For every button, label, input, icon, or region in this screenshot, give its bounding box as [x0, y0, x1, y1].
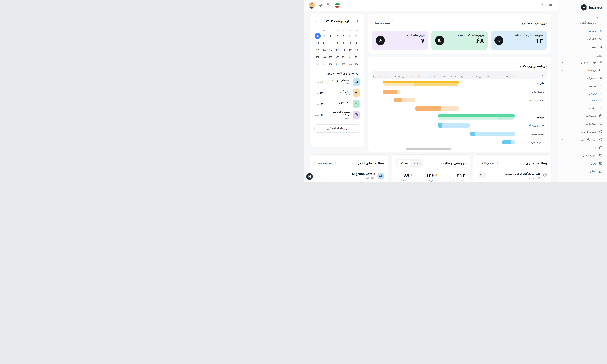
toggle-option[interactable]: روزانه — [411, 160, 422, 166]
calendar-day[interactable]: ۱۰ — [327, 39, 334, 47]
sidebar-item[interactable]: فروشگاه آنلاین — [561, 19, 603, 27]
search-icon[interactable] — [540, 3, 544, 8]
bar-solid-portion — [383, 90, 397, 94]
all-projects-button[interactable]: همه پروژه‌ها — [372, 20, 393, 26]
calendar-day[interactable]: ۶ — [353, 39, 360, 47]
calendar-day[interactable]: ۳۱ — [347, 32, 354, 39]
sidebar-item[interactable]: بازاریابی — [561, 35, 603, 43]
chevron-down-icon — [561, 69, 564, 71]
calendar-day[interactable]: ۱۷ — [327, 47, 334, 54]
gantt-task-label[interactable]: پژوهش کاربر — [515, 90, 547, 93]
calendar-day[interactable]: ۱ — [340, 32, 347, 39]
calendar-day[interactable]: ۲۲ — [340, 54, 347, 61]
gantt-task-bar[interactable] — [438, 123, 470, 128]
sidebar-item-label: سفارش‌ها — [586, 122, 596, 125]
check-circle-icon[interactable] — [543, 173, 547, 177]
sidebar-item[interactable]: پروژه — [561, 27, 603, 35]
gantt-task-bar[interactable] — [383, 90, 400, 94]
gantt-task-label[interactable]: سیستم طراحی — [515, 99, 547, 102]
language-flag-iran-icon[interactable] — [335, 3, 340, 8]
plan-item[interactable]: پایان کارپاسخ۱۲:۰۰ب.ظ — [314, 89, 360, 97]
gantt-summary-bar[interactable] — [383, 81, 459, 86]
calendar-day[interactable]: ۱۲ — [314, 39, 321, 47]
calendar-day[interactable]: ۹ — [334, 39, 341, 47]
gantt-horizontal-scrollbar[interactable] — [405, 148, 451, 150]
calendar-prev-icon[interactable] — [314, 19, 319, 24]
calendar-day[interactable]: ۱۹ — [314, 47, 321, 54]
sidebar-item[interactable]: سفارش‌ها — [561, 120, 603, 128]
gantt-task-label[interactable]: پروتوتایپ — [515, 107, 547, 110]
calendar-day[interactable]: ۳۱ — [327, 61, 334, 68]
sidebar-subitem[interactable]: ویرایش — [561, 90, 603, 97]
gantt-task-label[interactable]: طراحی — [515, 82, 547, 85]
sidebar-item[interactable]: تحلیل — [561, 43, 603, 51]
user-avatar[interactable] — [309, 2, 315, 9]
sidebar-item[interactable]: پروژه‌ها — [561, 66, 603, 74]
plan-item[interactable]: تالار شهررویداد۰۳:۰۰ب.ظ — [314, 100, 360, 108]
calendar-day[interactable]: ۸ — [340, 39, 347, 47]
plan-item[interactable]: نوشتن گزارش روزانهوظیفه۰۵:۰۰ب.ظ — [314, 110, 360, 119]
plan-item[interactable]: استنداپ روزانهملاقات۱۰:۰۰ق.ظ — [314, 78, 360, 86]
sidebar-item[interactable]: 12تقویم — [561, 143, 603, 151]
overview-stat-card[interactable]: پروژه‌های در حال انجام۱۲ — [491, 31, 547, 50]
gantt-summary-bar[interactable] — [438, 115, 515, 119]
sidebar-item[interactable]: هوش مصنوعی — [561, 58, 603, 66]
sidebar-item[interactable]: ایمیل — [561, 159, 603, 167]
calendar-day[interactable]: ۱۳ — [353, 47, 360, 54]
add-event-button[interactable]: رویداد اضافه کن — [314, 124, 360, 132]
gear-icon[interactable] — [319, 3, 323, 8]
calendar-next-icon[interactable] — [355, 19, 360, 24]
weekday-label: س — [334, 28, 341, 32]
sidebar-subitem[interactable]: فهرست — [561, 82, 603, 90]
overview-stat-card[interactable]: پروژه‌های تکمیل شده۶۸ — [431, 31, 488, 50]
sidebar-item[interactable]: مدیریت فایل — [561, 151, 603, 159]
calendar-day[interactable]: ۲ — [334, 32, 341, 39]
calendar-day[interactable]: ۲۱ — [347, 54, 354, 61]
gantt-task-label[interactable]: یکپارچه سازی — [515, 141, 547, 144]
calendar-day[interactable]: ۳۰ — [353, 32, 360, 39]
calendar-day[interactable]: ۱۶ — [334, 47, 341, 54]
calendar-day[interactable]: ۲۷ — [353, 61, 360, 68]
calendar-day[interactable]: ۷ — [347, 39, 354, 47]
bell-icon[interactable] — [327, 3, 331, 8]
calendar-day[interactable]: ۳ — [327, 32, 334, 39]
calendar-day[interactable]: ۲۵ — [321, 54, 328, 61]
gantt-task-bar[interactable] — [394, 98, 415, 102]
sidebar-item[interactable]: گفتگو — [561, 167, 603, 175]
sidebar-item[interactable]: حساب کاربری — [561, 128, 603, 136]
gantt-task-label[interactable]: توسعه هسته — [515, 132, 547, 135]
brand-logo[interactable]: Ecme — [561, 4, 602, 11]
gantt-task-bar[interactable] — [470, 132, 515, 136]
calendar-day[interactable]: ۱ — [321, 61, 328, 68]
toggle-option[interactable]: هفتگی — [397, 160, 411, 166]
task-item[interactable]: قادر به بارگذاری فایل نیست۱۵ مردادبالا — [478, 172, 547, 179]
calendar-day[interactable]: ۱۸ — [321, 47, 328, 54]
sidebar-item[interactable]: مرکز راهنمایی — [561, 136, 603, 143]
calendar-day[interactable]: ۲ — [314, 61, 321, 68]
calendar-day[interactable]: ۴ — [321, 32, 328, 39]
calendar-day[interactable]: ۱۴ — [347, 47, 354, 54]
sidebar-item[interactable]: محصولات — [561, 112, 603, 120]
calendar-day[interactable]: ۲۶ — [314, 54, 321, 61]
sidebar-subitem[interactable]: جزئیات — [561, 104, 603, 112]
calendar-day[interactable]: ۲۳ — [334, 54, 341, 61]
overview-stat-card[interactable]: پروژه‌های آینده۷ — [372, 31, 428, 50]
sidebar-subitem[interactable]: ایجاد — [561, 97, 603, 104]
menu-icon[interactable] — [549, 3, 553, 8]
calendar-day-selected[interactable]: ۵ — [314, 32, 321, 39]
view-all-button[interactable]: مشاهده همه — [314, 160, 336, 166]
calendar-day[interactable]: ۱۱ — [321, 39, 328, 47]
gantt-task-label[interactable]: معماری زیرساخت — [515, 124, 547, 127]
calendar-day[interactable]: ۲۴ — [327, 54, 334, 61]
gantt-task-bar[interactable] — [415, 106, 459, 111]
calendar-day[interactable]: ۲۸ — [347, 61, 354, 68]
nextjs-dev-badge[interactable]: N — [306, 173, 313, 180]
gantt-task-label[interactable]: توسعه — [515, 116, 547, 118]
gantt-task-bar[interactable] — [502, 140, 515, 144]
sidebar-item[interactable]: مشتریان — [561, 74, 603, 82]
calendar-day[interactable]: ۲۰ — [353, 54, 360, 61]
calendar-day[interactable]: ۱۵ — [340, 47, 347, 54]
calendar-day[interactable]: ۲۹ — [340, 61, 347, 68]
all-tasks-button[interactable]: همه وظایف — [478, 160, 498, 166]
calendar-day[interactable]: ۳۰ — [334, 61, 341, 68]
